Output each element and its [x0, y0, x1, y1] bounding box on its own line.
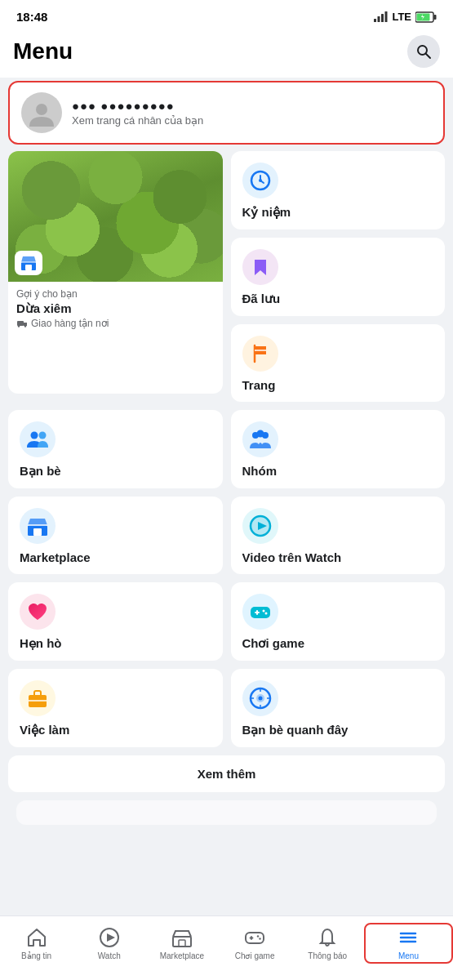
game-nav-icon — [243, 926, 266, 949]
svg-rect-1 — [378, 16, 380, 22]
groups-icon — [242, 421, 278, 457]
svg-point-33 — [264, 612, 267, 615]
svg-marker-44 — [107, 933, 115, 942]
nearby-icon — [242, 680, 278, 716]
da-luu-label: Đã lưu — [242, 292, 281, 306]
svg-rect-2 — [381, 14, 384, 22]
svg-rect-45 — [173, 937, 191, 947]
nav-bang-tin[interactable]: Bảng tin — [0, 923, 73, 964]
svg-rect-5 — [434, 15, 437, 20]
nav-menu[interactable]: Menu — [364, 923, 453, 964]
svg-rect-47 — [246, 933, 264, 943]
svg-point-38 — [258, 697, 262, 701]
nav-thong-bao-label: Thông báo — [308, 951, 347, 960]
profile-subtitle: Xem trang cá nhân của bạn — [72, 114, 432, 127]
trang-item[interactable]: Trang — [231, 324, 446, 402]
nav-watch-label: Watch — [98, 951, 121, 960]
friends-icon — [20, 421, 56, 457]
video-watch-label: Video trên Watch — [242, 550, 342, 564]
content-hint — [16, 800, 437, 825]
svg-rect-13 — [17, 321, 24, 326]
marketplace-menu-icon — [20, 508, 56, 544]
network-type: LTE — [392, 11, 411, 23]
ky-niem-label: Kỷ niệm — [242, 205, 291, 220]
watch-svg — [249, 514, 272, 537]
svg-point-18 — [31, 432, 38, 439]
marketplace-card[interactable]: Gợi ý cho bạn Dừa xiêm Giao hàng tận nơi — [8, 151, 223, 394]
product-name: Dừa xiêm — [16, 301, 215, 316]
groups-svg — [249, 428, 272, 451]
marketplace-nav-icon — [171, 926, 193, 949]
heart-svg — [26, 600, 49, 623]
time: 18:48 — [16, 10, 47, 24]
svg-rect-24 — [33, 528, 42, 536]
search-icon — [415, 43, 432, 60]
grid-section: Gợi ý cho bạn Dừa xiêm Giao hàng tận nơi — [0, 151, 453, 825]
nav-marketplace-label: Marketplace — [160, 951, 204, 960]
menu-grid: Bạn bè Nhóm — [8, 410, 445, 747]
watch-icon — [242, 508, 278, 544]
svg-point-15 — [24, 325, 26, 327]
profile-info: ●●● ●●●●●●●●● Xem trang cá nhân của bạn — [72, 99, 432, 127]
ban-be-label: Bạn bè — [20, 464, 61, 479]
svg-rect-3 — [385, 11, 388, 22]
delivery-text: Giao hàng tận nơi — [31, 318, 109, 329]
svg-rect-0 — [374, 19, 376, 22]
marketplace-info: Gợi ý cho bạn Dừa xiêm Giao hàng tận nơi — [8, 282, 223, 337]
avatar — [21, 92, 62, 133]
profile-name: ●●● ●●●●●●●●● — [72, 99, 432, 113]
da-luu-item[interactable]: Đã lưu — [231, 238, 446, 316]
marketplace-store-icon — [20, 254, 38, 272]
battery-icon — [415, 11, 437, 23]
nhom-item[interactable]: Nhóm — [231, 410, 446, 488]
svg-point-9 — [36, 104, 47, 115]
nhom-label: Nhóm — [242, 464, 278, 478]
avatar-icon — [28, 99, 56, 127]
nav-watch[interactable]: Watch — [73, 923, 145, 964]
ban-be-item[interactable]: Bạn bè — [8, 410, 223, 488]
svg-rect-46 — [179, 940, 185, 947]
hen-ho-label: Hẹn hò — [20, 636, 62, 651]
marketplace-badge — [15, 251, 42, 275]
marketplace-menu-item[interactable]: Marketplace — [8, 497, 223, 574]
game-svg — [249, 600, 272, 623]
ky-niem-item[interactable]: Kỷ niệm — [231, 151, 446, 229]
see-more-button[interactable]: Xem thêm — [8, 755, 445, 792]
marketplace-svg — [26, 514, 49, 537]
svg-point-22 — [256, 430, 264, 438]
nav-menu-label: Menu — [398, 951, 419, 960]
location-svg — [249, 687, 272, 710]
svg-point-32 — [262, 610, 264, 612]
briefcase-svg — [26, 687, 49, 710]
viec-lam-item[interactable]: Việc làm — [8, 669, 223, 747]
choi-game-item[interactable]: Chơi game — [231, 582, 446, 661]
ban-be-quanh-day-item[interactable]: Bạn bè quanh đây — [231, 669, 446, 747]
clock-icon — [250, 170, 271, 191]
svg-line-8 — [426, 54, 431, 59]
svg-point-14 — [18, 325, 20, 327]
saved-icon — [242, 249, 278, 285]
delivery-info: Giao hàng tận nơi — [16, 318, 215, 329]
video-watch-item[interactable]: Video trên Watch — [231, 497, 446, 574]
nav-thong-bao[interactable]: Thông báo — [291, 923, 364, 964]
viec-lam-label: Việc làm — [20, 723, 69, 737]
trang-label: Trang — [242, 378, 276, 392]
status-icons: LTE — [374, 11, 437, 23]
hen-ho-item[interactable]: Hẹn hò — [8, 582, 223, 661]
watch-nav-icon — [98, 926, 121, 949]
profile-card[interactable]: ●●● ●●●●●●●●● Xem trang cá nhân của bạn — [8, 81, 445, 145]
marketplace-image — [8, 151, 223, 282]
bell-icon — [316, 926, 339, 949]
marketplace-label: Marketplace — [20, 550, 91, 564]
svg-point-51 — [259, 938, 260, 939]
nav-game[interactable]: Chơi game — [219, 923, 291, 964]
dating-icon — [20, 594, 56, 630]
search-button[interactable] — [407, 35, 440, 68]
truck-icon — [16, 318, 28, 329]
pages-icon — [242, 336, 278, 372]
home-icon — [25, 926, 48, 949]
bookmark-icon — [250, 256, 271, 278]
nav-marketplace[interactable]: Marketplace — [145, 923, 218, 964]
friends-svg — [26, 428, 49, 451]
header: Menu — [0, 29, 453, 78]
